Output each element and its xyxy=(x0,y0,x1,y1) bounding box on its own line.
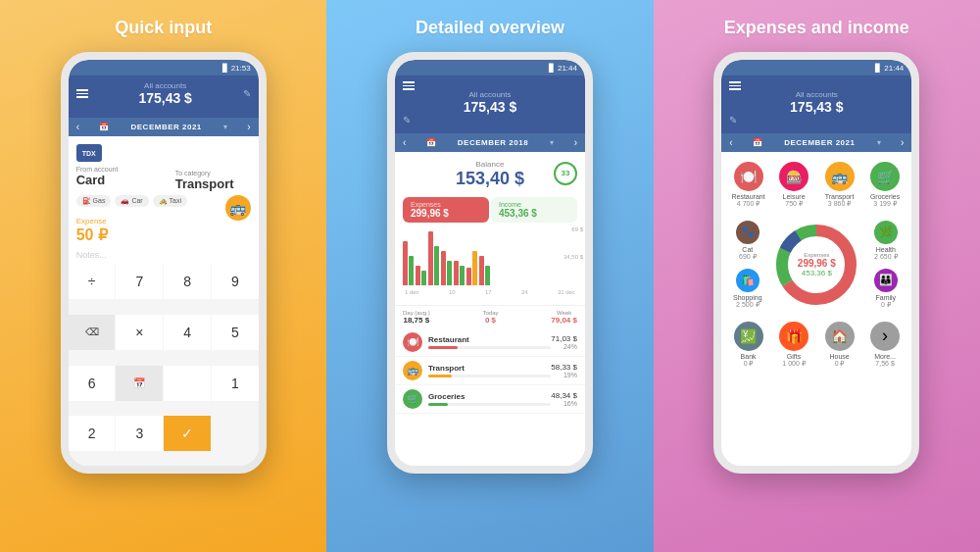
cat-shopping[interactable]: 🛍️ Shopping 2 500 ₽ xyxy=(725,267,769,311)
cat-cat[interactable]: 🐾 Cat 690 ₽ xyxy=(725,219,769,263)
prev-arrow-1[interactable]: ‹ xyxy=(76,122,79,132)
key-backspace[interactable]: ⌫ xyxy=(69,315,116,350)
key-confirm[interactable]: ✓ xyxy=(164,416,211,451)
x-label-0: 1 dec xyxy=(405,289,419,295)
hamburger-icon-2[interactable] xyxy=(403,81,577,90)
edit-icon-2[interactable]: ✎ xyxy=(403,115,577,125)
trans-amount-groceries: 48,34 $ xyxy=(551,391,577,400)
expenses-box: Expenses 299,96 $ xyxy=(403,197,489,223)
panel-expenses-income: Expenses and income ▊ 21:44 All accounts xyxy=(654,0,980,552)
cat-name-cat: Cat xyxy=(742,246,753,253)
next-arrow-2[interactable]: › xyxy=(574,137,577,148)
trans-pct-restaurant: 24% xyxy=(551,343,577,350)
transaction-list: 🍽️ Restaurant 71,03 $ 24% 🚌 Transport xyxy=(395,328,585,467)
cat-amt-leisure: 750 ₽ xyxy=(785,200,803,208)
left-cats: 🐾 Cat 690 ₽ 🛍️ Shopping 2 500 ₽ xyxy=(725,219,769,311)
cat-amt-groceries: 3 199 ₽ xyxy=(873,200,896,208)
cat-bank[interactable]: 💹 Bank 0 ₽ xyxy=(725,318,771,372)
all-accounts-3: All accounts xyxy=(729,90,904,99)
cat-name-shopping: Shopping xyxy=(733,294,762,301)
stats-row: Day (avg.) 18,75 $ Today 0 $ Week 79,04 … xyxy=(395,305,585,328)
cat-icon-more: › xyxy=(870,322,900,351)
phone3: ▊ 21:44 All accounts 175,43 $ ✎ xyxy=(713,52,919,474)
hamburger-icon[interactable] xyxy=(76,89,88,98)
trans-icon-groceries: 🛒 xyxy=(403,389,422,409)
key-calendar[interactable]: 📅 xyxy=(116,366,163,401)
key-multiply[interactable]: × xyxy=(116,315,163,350)
edit-icon-3[interactable]: ✎ xyxy=(729,115,904,125)
prev-arrow-2[interactable]: ‹ xyxy=(403,137,406,148)
cat-amt-cat: 690 ₽ xyxy=(739,253,757,261)
middle-section: 🐾 Cat 690 ₽ 🛍️ Shopping 2 500 ₽ xyxy=(721,212,911,318)
transport-icon: 🚌 xyxy=(225,195,251,221)
cat-name-house: House xyxy=(829,353,849,360)
chip-car[interactable]: 🚗 Car xyxy=(115,195,148,207)
key-5[interactable]: 5 xyxy=(212,315,259,350)
cat-name-groceries: Groceries xyxy=(870,193,900,200)
key-divide[interactable]: ÷ xyxy=(69,264,116,299)
next-arrow-1[interactable]: › xyxy=(247,122,250,132)
stat-today: Today 0 $ xyxy=(482,310,498,325)
trans-transport[interactable]: 🚌 Transport 58,33 $ 19% xyxy=(395,357,585,385)
expenses-label: Expenses xyxy=(411,201,481,208)
cat-icon-transport: 🚌 xyxy=(825,162,855,191)
key-9[interactable]: 9 xyxy=(212,264,259,299)
bottom-category-grid: 💹 Bank 0 ₽ 🎁 Gifts 1 000 ₽ 🏠 House 0 ₽ ›… xyxy=(721,318,911,376)
key-6[interactable]: 6 xyxy=(69,366,116,401)
key-1[interactable]: 1 xyxy=(212,366,259,401)
cat-more[interactable]: › More... 7,56 $ xyxy=(862,318,908,372)
days-left-circle: 33 xyxy=(554,162,577,185)
donut-exp-amount: 299,96 $ xyxy=(798,258,836,269)
hamburger-icon-3[interactable] xyxy=(729,81,904,90)
notes-field[interactable]: Notes... xyxy=(69,246,259,264)
cat-health[interactable]: 🌿 Health 2 650 ₽ xyxy=(863,219,907,263)
key-2[interactable]: 2 xyxy=(69,416,116,451)
key-7[interactable]: 7 xyxy=(116,264,163,299)
cat-gifts[interactable]: 🎁 Gifts 1 000 ₽ xyxy=(771,318,817,372)
panel2-title: Detailed overview xyxy=(416,18,564,38)
time-1: 21:53 xyxy=(231,64,251,73)
phone1: ▊ 21:53 All accounts 175,43 $ ✎ xyxy=(61,52,267,474)
cat-groceries[interactable]: 🛒 Groceries 3 199 ₽ xyxy=(862,158,908,212)
donut-center: Expenses 299,96 $ 453,36 $ xyxy=(798,252,836,277)
cat-house[interactable]: 🏠 House 0 ₽ xyxy=(816,318,862,372)
x-label-1: 10 xyxy=(449,289,456,295)
trans-pct-groceries: 16% xyxy=(551,400,577,407)
trans-restaurant[interactable]: 🍽️ Restaurant 71,03 $ 24% xyxy=(395,328,585,357)
cat-icon-restaurant: 🍽️ xyxy=(734,162,763,191)
phone3-header: All accounts 175,43 $ ✎ xyxy=(721,75,911,133)
chip-gas[interactable]: ⛽ Gas xyxy=(76,195,112,207)
panel3-title: Expenses and income xyxy=(724,18,909,38)
signal-icon-2: ▊ xyxy=(549,64,555,73)
trans-name-groceries: Groceries xyxy=(428,392,551,401)
prev-arrow-3[interactable]: ‹ xyxy=(729,137,732,148)
key-4[interactable]: 4 xyxy=(164,315,211,350)
to-value: Transport xyxy=(175,176,251,191)
top-category-grid: 🍽️ Restaurant 4 700 ₽ 🎰 Leisure 750 ₽ 🚌 … xyxy=(721,152,911,212)
panel-quick-input: Quick input ▊ 21:53 All accounts 175,4 xyxy=(0,0,326,552)
next-arrow-3[interactable]: › xyxy=(901,137,904,148)
cat-transport[interactable]: 🚌 Transport 3 860 ₽ xyxy=(816,158,862,212)
key-8[interactable]: 8 xyxy=(164,264,211,299)
trans-pct-transport: 19% xyxy=(551,372,577,378)
balance-amount: 153,40 $ xyxy=(403,169,577,189)
chip-taxi[interactable]: 🚕 Taxi xyxy=(153,195,187,207)
date-text-3: DECEMBER 2021 xyxy=(784,138,855,147)
chart-area: 69 $ 34,50 $ 1 dec 10 17 24 31 dec xyxy=(395,226,585,305)
time-3: 21:44 xyxy=(884,64,904,73)
all-accounts-2: All accounts xyxy=(403,90,577,99)
trans-groceries[interactable]: 🛒 Groceries 48,34 $ 16% xyxy=(395,385,585,414)
cat-icon-gifts: 🎁 xyxy=(779,322,808,351)
status-bar-3: ▊ 21:44 xyxy=(721,60,911,75)
cat-amt-bank: 0 ₽ xyxy=(744,360,754,368)
trans-info-groceries: Groceries xyxy=(428,392,551,406)
cat-family[interactable]: 👪 Family 0 ₽ xyxy=(863,267,907,311)
stat-today-value: 0 $ xyxy=(482,316,498,325)
edit-icon-1[interactable]: ✎ xyxy=(243,88,251,99)
key-3[interactable]: 3 xyxy=(116,416,163,451)
chart-y-mid: 34,50 $ xyxy=(564,254,583,260)
phone2: ▊ 21:44 All accounts 175,43 $ ✎ xyxy=(387,52,593,474)
cat-restaurant[interactable]: 🍽️ Restaurant 4 700 ₽ xyxy=(725,158,771,212)
cat-leisure[interactable]: 🎰 Leisure 750 ₽ xyxy=(771,158,817,212)
donut-container: Expenses 299,96 $ 453,36 $ xyxy=(769,216,863,314)
